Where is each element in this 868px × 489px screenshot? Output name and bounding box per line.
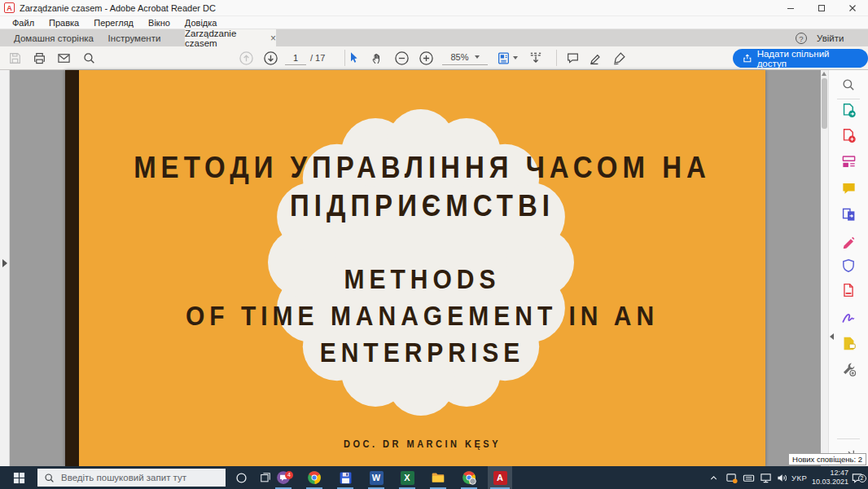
taskbar-search[interactable] [37,469,226,487]
fill-sign-button[interactable] [840,231,857,249]
more-tools-button[interactable] [840,359,857,377]
tools-panel-collapse-icon[interactable] [830,333,834,340]
taskbar-app-viber[interactable]: 4 [271,466,296,489]
menu-window[interactable]: Вікно [141,16,178,29]
combine-files-button[interactable] [840,205,857,223]
page-number-input[interactable] [285,51,306,65]
panel-search-button[interactable] [840,76,857,94]
acrobat-app-icon: A [4,2,15,13]
page-display-button[interactable] [493,48,521,68]
network-icon [760,472,772,484]
tab-home-label: Домашня сторінка [14,33,94,43]
send-for-comments-button[interactable] [840,334,857,352]
taskbar: 4 W X A [0,466,868,489]
tray-volume-icon[interactable] [774,466,790,489]
comment-tool-button[interactable] [840,179,857,197]
menu-view[interactable]: Перегляд [86,16,141,29]
email-button[interactable] [53,48,74,68]
menu-help[interactable]: Довідка [178,16,225,29]
organize-pages-button[interactable] [840,281,857,299]
close-button[interactable] [837,0,868,16]
cursor-icon [347,51,360,64]
scrolling-mode-icon [528,51,543,65]
zoom-in-button[interactable] [415,48,436,68]
edit-pdf-button[interactable] [840,152,857,170]
export-pdf-button[interactable] [840,101,857,119]
screen: A Zarządzanie czasem - Adobe Acrobat Rea… [0,0,868,489]
fill-sign-toolbar-button[interactable] [609,48,630,68]
tray-date: 10.03.2021 [811,478,848,487]
action-center-button[interactable]: 2 [848,466,865,489]
taskbar-app-acrobat[interactable]: A [488,466,512,489]
taskbar-app-word[interactable]: W [364,466,388,489]
hand-tool-button[interactable] [366,48,388,68]
comment-tool-icon [841,181,857,196]
tab-bar: Домашня сторінка Інструменти Zarządzanie… [0,29,868,46]
tray-clock[interactable]: 12:47 10.03.2021 [811,469,848,487]
zoom-level-value: 85% [450,52,468,62]
save-button[interactable] [4,48,25,68]
page-total-label: / 17 [310,53,325,63]
page-down-button[interactable] [260,48,281,68]
sign-in-button[interactable]: Увійти [817,29,844,46]
scrollbar-thumb[interactable] [822,78,827,129]
page-up-button[interactable] [235,48,256,68]
tab-document[interactable]: Zarządzanie czasem × [185,29,276,46]
tray-app-icon[interactable] [723,466,739,489]
chevron-down-icon [475,55,480,59]
tab-tools-label: Інструменти [108,33,161,43]
pdf-file-icon [841,283,856,297]
adobe-sign-button[interactable] [840,308,857,326]
select-tool-button[interactable] [343,48,364,68]
tray-chevron-button[interactable] [705,466,721,489]
zoom-out-icon [394,51,410,66]
scrollbar-up-icon[interactable] [822,72,826,76]
taskbar-search-input[interactable] [61,473,212,482]
menu-edit[interactable]: Правка [42,16,86,29]
viber-icon: 4 [276,470,291,485]
nav-pane-expand-icon[interactable] [2,259,7,267]
maximize-button[interactable] [806,0,837,16]
taskbar-app-floppy[interactable] [333,466,357,489]
find-button[interactable] [78,48,99,68]
tab-close-icon[interactable]: × [270,34,276,42]
help-icon[interactable]: ? [796,33,807,44]
start-button[interactable] [0,466,37,489]
windows-logo-icon [13,472,25,484]
protect-button[interactable] [840,257,857,275]
comment-button[interactable] [562,48,583,68]
window-controls [775,0,868,16]
vertical-scrollbar[interactable] [821,70,828,466]
share-button[interactable]: Надати спільний доступ [733,49,868,68]
zoom-out-button[interactable] [391,48,412,68]
file-comment-icon [841,336,857,351]
title-bar: A Zarządzanie czasem - Adobe Acrobat Rea… [0,0,868,16]
taskbar-app-explorer[interactable] [426,466,450,489]
zoom-level-select[interactable]: 85% [442,50,488,65]
page-display-icon [497,51,511,65]
notification-tooltip: Нових сповіщень: 2 [788,453,866,465]
toolbar-divider [556,50,557,66]
adobe-sign-icon [841,310,857,325]
tray-language[interactable]: УКР [791,466,807,489]
highlight-button[interactable] [585,48,606,68]
taskbar-app-chrome-profile[interactable] [457,466,481,489]
print-button[interactable] [28,48,50,68]
minimize-button[interactable] [775,0,806,16]
tab-home[interactable]: Домашня сторінка [5,29,103,46]
task-view-icon [260,472,271,483]
more-tools-icon [841,361,857,377]
taskbar-app-excel[interactable]: X [395,466,419,489]
menu-file[interactable]: Файл [5,16,42,29]
cortana-button[interactable] [230,466,252,489]
scrolling-mode-button[interactable] [525,48,546,68]
nav-pane-strip[interactable] [0,70,10,466]
tray-keyboard-icon[interactable] [740,466,756,489]
taskbar-app-chrome[interactable] [302,466,327,489]
create-pdf-button[interactable] [840,126,857,144]
tab-tools[interactable]: Інструменти [103,29,165,46]
slide-subtitle-line1: METHODS [79,261,765,297]
tray-network-icon[interactable] [757,466,774,489]
slide-title-line2: ПІДПРИЄМСТВІ [79,187,765,225]
slide-title-english: METHODS OF TIME MANAGEMENT IN AN ENTERPR… [79,261,765,371]
